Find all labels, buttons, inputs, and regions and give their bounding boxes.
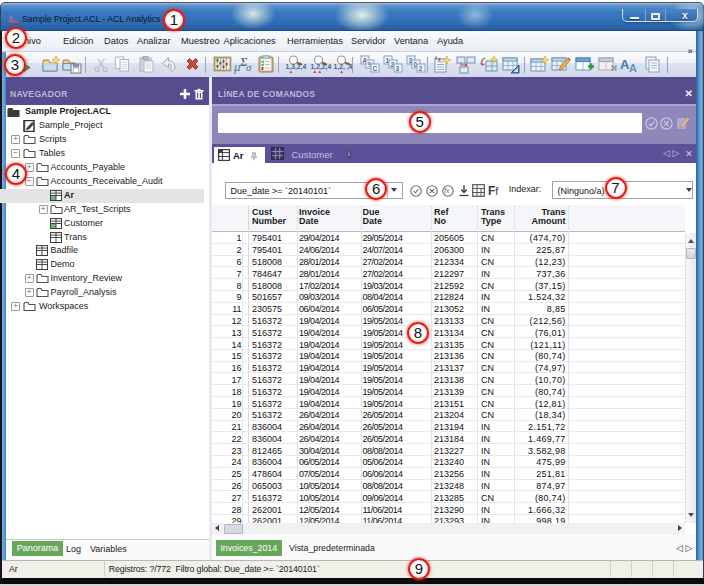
svg-text:1,3,2,4: 1,3,2,4 <box>286 63 307 71</box>
svg-text:σ: σ <box>246 61 252 73</box>
svg-text:1,2,2,4: 1,2,2,4 <box>311 63 332 71</box>
svg-text:2: 2 <box>419 65 423 72</box>
svg-text:1,2, ,4: 1,2, ,4 <box>334 63 353 71</box>
svg-text:C: C <box>373 65 378 72</box>
svg-text:3: 3 <box>396 65 400 72</box>
svg-text:fx: fx <box>444 187 450 194</box>
svg-text:z: z <box>438 56 441 62</box>
svg-text:A: A <box>629 62 637 74</box>
